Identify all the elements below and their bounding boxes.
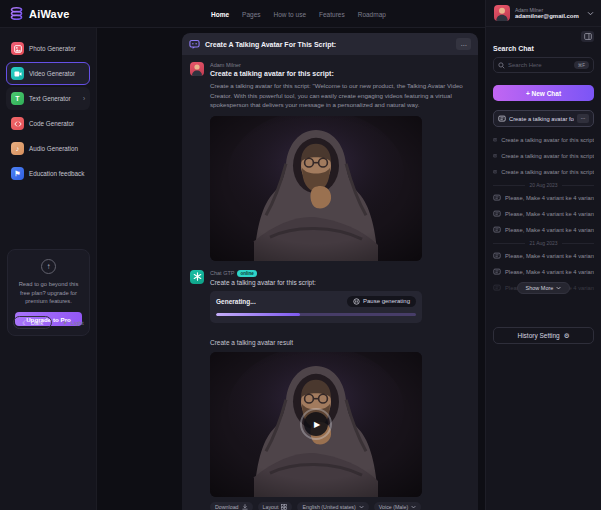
generating-label: Generating... — [216, 298, 256, 305]
account-email: adamilner@gmail.com — [515, 13, 579, 19]
history-item[interactable]: Create a talking avatar for this script — [493, 148, 594, 164]
history-item-label: Please, Make 4 variant ke 4 varian — [505, 269, 594, 275]
bot-message-title: Create a talking avatar for this script: — [210, 279, 422, 286]
collapse-panel-button[interactable] — [581, 31, 594, 42]
active-chat-label: Create a talking avatar for this script — [509, 116, 574, 122]
history-item-label: Please, Make 4 variant ke 4 varian — [505, 211, 594, 217]
voice-label: Voice (Male) — [379, 504, 408, 510]
play-button[interactable]: ▶ — [300, 408, 332, 440]
bot-author-row: Chat GTP online — [210, 270, 422, 277]
sidebar-item-label: Video Generator — [29, 70, 75, 77]
language-dropdown[interactable]: English (United states) — [297, 502, 368, 510]
generating-panel: Generating... Pause generating — [210, 291, 422, 323]
pause-generating-button[interactable]: Pause generating — [347, 296, 416, 307]
chat-history-list: Create a talking avatar for this script … — [493, 132, 594, 294]
history-item[interactable]: Please, Make 4 variant ke 4 varian — [493, 190, 594, 206]
sidebar-item-education-feedback[interactable]: ⚑ Education feedback — [6, 162, 90, 185]
layout-button[interactable]: Layout — [258, 502, 293, 510]
history-setting-button[interactable]: History Setting ⚙ — [493, 327, 594, 344]
sidebar-item-label: Audio Generation — [29, 145, 78, 152]
sidebar-item-label: Code Generator — [29, 120, 74, 127]
brand-name: AiWave — [29, 8, 70, 20]
sidebar-item-video-generator[interactable]: Video Generator — [6, 62, 90, 85]
theme-dark-label: Dark — [31, 320, 44, 326]
history-item[interactable]: Please, Make 4 variant ke 4 varian — [493, 206, 594, 222]
search-icon — [498, 62, 505, 69]
message-body: Create a talking avatar for this script:… — [210, 81, 468, 110]
main-nav: Home Pages How to use Features Roadmap — [211, 0, 386, 28]
download-icon — [242, 504, 248, 510]
nav-features[interactable]: Features — [319, 11, 345, 18]
history-item[interactable]: Create a talking avatar for this script — [493, 132, 594, 148]
chevron-down-icon — [359, 505, 364, 509]
sidebar-item-code-generator[interactable]: Code Generator — [6, 112, 90, 135]
search-input[interactable] — [508, 62, 571, 68]
sidebar-item-photo-generator[interactable]: Photo Generator — [6, 37, 90, 60]
date-label: 20 Aug 2023 — [529, 182, 557, 188]
aiwave-logo-icon — [9, 6, 24, 21]
nav-pages[interactable]: Pages — [242, 11, 260, 18]
top-header: AiWave Home Pages How to use Features Ro… — [0, 0, 485, 28]
chat-gpt-avatar-icon — [190, 270, 204, 284]
history-item[interactable]: Please, Make 4 variant ke 4 varian — [493, 264, 594, 280]
theme-dark-button[interactable]: ☾ Dark — [13, 316, 52, 329]
nav-home[interactable]: Home — [211, 11, 229, 18]
audio-generation-icon: ♪ — [11, 142, 24, 155]
progress-bar — [216, 313, 416, 316]
chat-header-menu-button[interactable]: ⋯ — [456, 38, 471, 50]
download-label: Download — [215, 504, 239, 510]
account-menu[interactable]: Adam Milner adamilner@gmail.com — [486, 0, 601, 27]
result-toolbar: Download Layout English (United states) — [210, 502, 422, 510]
date-divider: 20 Aug 2023 — [493, 182, 594, 188]
bot-message: Chat GTP online Create a talking avatar … — [190, 270, 470, 510]
avatar-result-video[interactable]: ▶ — [210, 352, 422, 497]
pause-label: Pause generating — [363, 298, 410, 304]
pause-icon — [353, 298, 360, 305]
new-chat-button[interactable]: + New Chat — [493, 85, 594, 101]
show-more-label: Show More — [526, 285, 554, 291]
language-label: English (United states) — [302, 504, 355, 510]
code-generator-icon — [11, 117, 24, 130]
play-icon: ▶ — [314, 420, 320, 429]
search-shortcut-badge: ⌘F — [574, 61, 589, 69]
photo-generator-icon — [11, 42, 24, 55]
ellipsis-icon: ⋯ — [581, 116, 586, 121]
chevron-right-icon: › — [83, 95, 85, 102]
text-generator-icon: T — [11, 92, 24, 105]
avatar-source-image[interactable] — [210, 116, 422, 261]
theme-light-button[interactable]: ☀ Light — [62, 319, 83, 326]
brand-logo[interactable]: AiWave — [0, 6, 70, 21]
chat-header: Create A Talking Avatar For This Script:… — [182, 33, 478, 55]
gear-icon: ⚙ — [564, 332, 570, 340]
show-more-button[interactable]: Show More — [517, 282, 571, 294]
nav-roadmap[interactable]: Roadmap — [358, 11, 386, 18]
download-button[interactable]: Download — [210, 502, 253, 510]
history-setting-label: History Setting — [517, 332, 559, 339]
theme-toggle: ☾ Dark ☀ Light — [7, 316, 90, 329]
history-item[interactable]: Please, Make 4 variant ke 4 varian — [493, 222, 594, 238]
nav-how-to-use[interactable]: How to use — [274, 11, 307, 18]
upgrade-message: Read to go beyond this free plan? upgrad… — [15, 280, 82, 306]
upgrade-arrow-icon: ↑ — [41, 259, 56, 274]
history-item[interactable]: Create a talking avatar for this script — [493, 164, 594, 180]
progress-fill — [216, 313, 300, 316]
sidebar-item-text-generator[interactable]: T Text Generator › — [6, 87, 90, 110]
history-item-label: Create a talking avatar for this script — [501, 169, 594, 175]
chat-scroll-area[interactable]: Adam Milner Create a talking avatar for … — [182, 55, 478, 510]
chat-title: Create A Talking Avatar For This Script: — [205, 41, 336, 48]
layout-icon — [281, 504, 287, 510]
chat-item-menu-button[interactable]: ⋯ — [577, 114, 589, 123]
date-label: 21 Aug 2023 — [529, 240, 557, 246]
panel-collapse-icon — [584, 33, 592, 40]
result-label: Create a talking avatar result — [210, 339, 422, 346]
sidebar-item-audio-generation[interactable]: ♪ Audio Generation — [6, 137, 90, 160]
message-author: Adam Milner — [210, 62, 468, 68]
chevron-down-icon — [556, 286, 561, 290]
voice-dropdown[interactable]: Voice (Male) — [374, 502, 421, 510]
status-badge: online — [237, 270, 256, 277]
history-item-label: Create a talking avatar for this script — [501, 153, 594, 159]
history-item[interactable]: Please, Make 4 variant ke 4 varian — [493, 248, 594, 264]
active-chat-item[interactable]: Create a talking avatar for this script … — [493, 110, 594, 127]
left-sidebar: Photo Generator Video Generator T Text G… — [0, 28, 97, 510]
search-box[interactable]: ⌘F — [493, 57, 594, 73]
